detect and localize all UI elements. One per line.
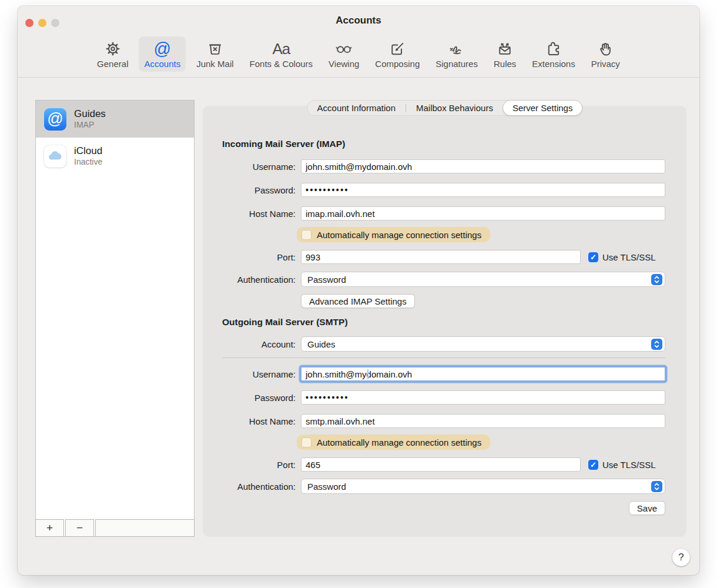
field-label: Password: <box>222 185 301 195</box>
tls-label: Use TLS/SSL <box>602 252 656 262</box>
outgoing-port-input[interactable]: 465 <box>301 457 581 472</box>
sidebar-footer: + − <box>35 519 195 537</box>
field-label: Authentication: <box>222 275 301 285</box>
server-settings-form: Incoming Mail Server (IMAP) Username: jo… <box>203 106 686 515</box>
account-name: Guides <box>74 108 106 120</box>
incoming-username-input[interactable]: john.smith@mydomain.ovh <box>301 159 665 173</box>
outgoing-auth-select[interactable]: Password <box>301 479 665 494</box>
text-caret <box>367 369 368 379</box>
field-label: Account: <box>222 339 301 349</box>
outgoing-port-row: Port: 465 ✓ Use TLS/SSL <box>222 457 665 472</box>
toolbar-label: Privacy <box>591 59 620 69</box>
field-label: Username: <box>222 162 301 172</box>
sidebar-footer-spacer <box>95 519 195 537</box>
auto-manage-checkbox[interactable] <box>301 437 311 447</box>
toolbar-item-privacy[interactable]: Privacy <box>586 36 625 72</box>
toolbar-item-junk-mail[interactable]: Junk Mail <box>191 36 239 72</box>
auto-manage-highlight: Automatically manage connection settings <box>297 227 490 242</box>
accounts-window: Accounts General @ Accounts <box>18 6 699 575</box>
save-button[interactable]: Save <box>629 501 665 515</box>
outgoing-username-row: Username: john.smith@mydomain.ovh <box>222 367 665 381</box>
incoming-auth-select[interactable]: Password <box>301 272 665 287</box>
icloud-icon <box>44 145 66 168</box>
toolbar-item-signatures[interactable]: Signatures <box>430 36 483 72</box>
outgoing-tls-checkbox[interactable]: ✓ <box>588 460 598 470</box>
toolbar-item-accounts[interactable]: @ Accounts <box>139 36 186 72</box>
account-list-item-guides[interactable]: @ Guides IMAP <box>36 101 194 138</box>
toolbar-label: Accounts <box>144 59 180 69</box>
toolbar-item-viewing[interactable]: Viewing <box>323 36 364 72</box>
toolbar-item-composing[interactable]: Composing <box>370 36 425 72</box>
auto-manage-label: Automatically manage connection settings <box>317 437 481 447</box>
advanced-settings-row: Advanced IMAP Settings <box>222 294 665 308</box>
hand-icon <box>597 39 614 58</box>
incoming-port-row: Port: 993 ✓ Use TLS/SSL <box>222 250 665 264</box>
incoming-password-input[interactable]: •••••••••• <box>301 183 665 197</box>
preferences-toolbar: General @ Accounts Junk Mail Aa Fonts & … <box>18 35 699 78</box>
account-detail: IMAP <box>74 120 106 130</box>
toolbar-label: General <box>97 59 128 69</box>
toolbar-item-rules[interactable]: Rules <box>488 36 521 72</box>
incoming-tls-checkbox[interactable]: ✓ <box>588 252 598 262</box>
auto-manage-highlight: Automatically manage connection settings <box>297 435 490 450</box>
toolbar-label: Extensions <box>532 59 575 69</box>
outgoing-account-row: Account: Guides <box>222 336 665 352</box>
advanced-imap-settings-button[interactable]: Advanced IMAP Settings <box>301 294 415 308</box>
outgoing-section-heading: Outgoing Mail Server (SMTP) <box>222 317 665 328</box>
puzzle-icon <box>545 39 562 58</box>
close-window-button[interactable] <box>25 19 33 27</box>
incoming-auto-manage-row: Automatically manage connection settings <box>297 227 665 242</box>
glasses-icon <box>335 39 353 58</box>
stepper-arrows-icon <box>651 339 662 350</box>
incoming-password-row: Password: •••••••••• <box>222 183 665 197</box>
incoming-username-row: Username: john.smith@mydomain.ovh <box>222 159 665 173</box>
window-controls <box>25 19 59 27</box>
account-detail: Inactive <box>74 157 102 167</box>
outgoing-account-select[interactable]: Guides <box>301 336 665 352</box>
outgoing-auto-manage-row: Automatically manage connection settings <box>297 435 665 450</box>
password-dots: •••••••••• <box>306 393 349 402</box>
outgoing-password-input[interactable]: •••••••••• <box>301 390 665 405</box>
outgoing-tls-group: ✓ Use TLS/SSL <box>588 460 656 470</box>
add-account-button[interactable]: + <box>35 519 64 537</box>
account-name: iCloud <box>74 145 102 157</box>
toolbar-item-general[interactable]: General <box>92 36 133 72</box>
incoming-host-row: Host Name: imap.mail.ovh.net <box>222 206 665 220</box>
envelope-arrows-icon <box>497 39 513 58</box>
signature-icon <box>448 39 465 58</box>
toolbar-label: Fonts & Colours <box>250 59 313 69</box>
field-label: Host Name: <box>222 416 301 426</box>
field-label: Host Name: <box>222 209 301 219</box>
selected-option: Guides <box>307 339 336 349</box>
toolbar-label: Rules <box>494 59 516 69</box>
save-row: Save <box>222 501 665 515</box>
field-label: Port: <box>222 252 301 262</box>
outgoing-host-input[interactable]: smtp.mail.ovh.net <box>301 414 665 428</box>
incoming-section-heading: Incoming Mail Server (IMAP) <box>222 139 665 149</box>
field-label: Authentication: <box>222 482 301 492</box>
field-label: Username: <box>222 369 301 379</box>
auto-manage-checkbox[interactable] <box>301 230 311 240</box>
toolbar-label: Composing <box>375 59 420 69</box>
tls-label: Use TLS/SSL <box>602 460 656 470</box>
minimize-window-button[interactable] <box>38 19 46 27</box>
title-bar: Accounts <box>18 6 699 35</box>
remove-account-button[interactable]: − <box>65 519 94 537</box>
toolbar-label: Signatures <box>435 59 478 69</box>
help-button[interactable]: ? <box>672 549 690 566</box>
imap-account-icon: @ <box>44 108 66 131</box>
fonts-icon: Aa <box>272 39 290 58</box>
incoming-port-input[interactable]: 993 <box>301 250 581 264</box>
selected-option: Password <box>307 275 346 285</box>
account-list-item-icloud[interactable]: iCloud Inactive <box>36 138 194 175</box>
toolbar-item-fonts-colours[interactable]: Aa Fonts & Colours <box>244 36 319 72</box>
auto-manage-label: Automatically manage connection settings <box>317 230 481 240</box>
input-value: john.smith@mydomain.ovh <box>306 369 412 379</box>
incoming-auth-row: Authentication: Password <box>222 272 665 287</box>
toolbar-item-extensions[interactable]: Extensions <box>527 36 580 72</box>
incoming-host-input[interactable]: imap.mail.ovh.net <box>301 206 665 220</box>
smtp-divider <box>222 358 665 358</box>
incoming-tls-group: ✓ Use TLS/SSL <box>588 252 656 262</box>
outgoing-host-row: Host Name: smtp.mail.ovh.net <box>222 414 665 428</box>
outgoing-username-input[interactable]: john.smith@mydomain.ovh <box>301 367 665 381</box>
